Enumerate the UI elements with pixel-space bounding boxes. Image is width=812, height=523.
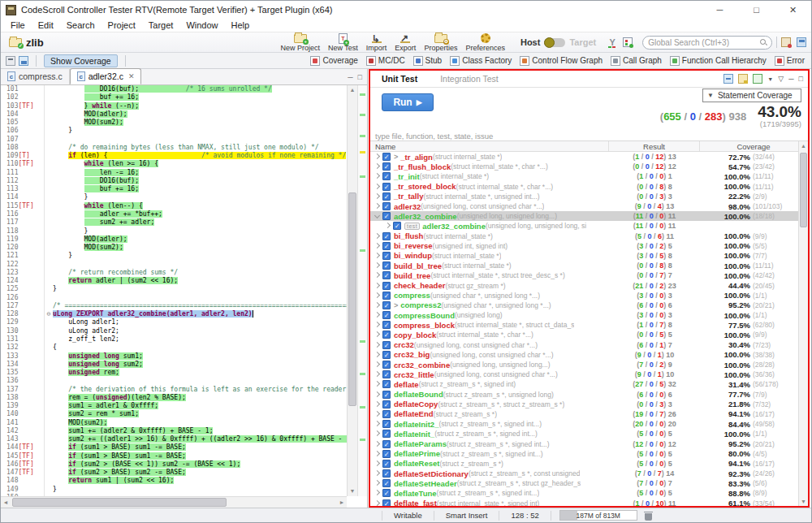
menu-help[interactable]: Help [225, 19, 257, 31]
table-row[interactable]: ✓copy_block(struct internal_state *, cha… [370, 330, 798, 339]
table-row[interactable]: ✓build_tree(struct internal_state *, str… [370, 270, 798, 280]
expand-chevron-icon[interactable] [374, 301, 381, 309]
table-row[interactable]: ✓crc32_little(unsigned long, const unsig… [370, 370, 798, 379]
expand-chevron-icon[interactable] [374, 440, 381, 447]
overview-ruler[interactable] [357, 85, 367, 496]
row-checkbox[interactable]: ✓ [382, 162, 391, 171]
menu-window[interactable]: Window [179, 19, 224, 31]
row-checkbox[interactable]: ✓ [382, 242, 391, 250]
table-row[interactable]: ✓deflateInit_(struct z_stream_s *, signe… [370, 429, 798, 439]
table-row[interactable]: ✓_tr_stored_block(struct internal_state … [370, 182, 798, 192]
expand-chevron-icon[interactable] [374, 163, 381, 171]
table-row[interactable]: ✓bi_flush(struct internal_state *)(5 / 0… [370, 231, 798, 241]
column-header-name[interactable]: Name [370, 141, 609, 151]
editor-vertical-scrollbar[interactable]: ▲ ▼ [347, 85, 357, 496]
expand-chevron-icon[interactable] [374, 341, 381, 348]
link-with-editor-icon[interactable] [19, 56, 28, 66]
expand-chevron-icon[interactable] [374, 183, 381, 190]
row-checkbox[interactable]: ✓ [382, 361, 391, 369]
expand-chevron-icon[interactable] [374, 173, 381, 180]
row-checkbox[interactable]: ✓ [382, 252, 391, 260]
expand-chevron-icon[interactable] [374, 242, 381, 249]
expand-chevron-icon[interactable] [374, 213, 381, 220]
view-button-function-call-hierarchy[interactable]: Function Call Hierarchy [667, 55, 770, 67]
expand-chevron-icon[interactable] [374, 400, 381, 408]
expand-chevron-icon[interactable] [374, 292, 381, 299]
expand-chevron-icon[interactable] [374, 371, 381, 378]
menu-file[interactable]: File [4, 19, 32, 31]
run-config-folder-icon[interactable] [738, 74, 748, 84]
scroll-right-arrow-icon[interactable]: ► [337, 497, 347, 508]
preferences-button[interactable]: Preferences [463, 32, 508, 52]
expand-chevron-icon[interactable] [374, 450, 381, 457]
expand-chevron-icon[interactable] [374, 272, 381, 279]
tab-unit-test[interactable]: Unit Test [370, 71, 429, 86]
target-test-report-icon[interactable] [623, 37, 633, 47]
row-checkbox[interactable]: ✓ [382, 341, 391, 349]
view-button-coverage[interactable]: Coverage [307, 55, 361, 67]
expand-chevron-icon[interactable] [374, 232, 381, 240]
properties-button[interactable]: ⚙Properties [421, 32, 460, 52]
row-checkbox[interactable]: ✓ [382, 380, 391, 388]
table-row[interactable]: ✓deflateSetDictionary(struct z_stream_s … [370, 469, 798, 478]
table-row[interactable]: ✓deflateCopy(struct z_stream_s *, struct… [370, 400, 798, 409]
table-vertical-scrollbar[interactable]: ▲ ▼ [798, 141, 808, 506]
row-checkbox[interactable]: ✓ [382, 301, 391, 309]
table-row[interactable]: ✓bi_reverse(unsigned int, signed int)(3 … [370, 241, 798, 251]
expand-chevron-icon[interactable] [374, 331, 381, 339]
expand-chevron-icon[interactable] [374, 430, 381, 438]
scrollbar-thumb[interactable] [800, 153, 807, 227]
coverage-mark[interactable] [360, 406, 365, 408]
close-button[interactable]: ✕ [775, 1, 811, 19]
view-button-stub[interactable]: Stub [410, 55, 446, 67]
collapse-all-icon[interactable] [723, 74, 733, 84]
view-button-mc-dc[interactable]: MC/DC [363, 55, 408, 67]
row-checkbox[interactable]: ✓ [382, 430, 391, 438]
editor-tab-adler32-c[interactable]: cadler32.c✕ [70, 68, 142, 84]
row-checkbox[interactable]: ✓ [382, 262, 391, 270]
view-button-call-graph[interactable]: Call Graph [607, 55, 665, 67]
coverage-mode-select[interactable]: ▼ Statement Coverage [702, 89, 801, 102]
row-checkbox[interactable]: ✓ [382, 282, 391, 290]
expand-chevron-icon[interactable] [374, 203, 381, 210]
coverage-mark[interactable] [360, 93, 365, 96]
table-row[interactable]: ✓_tr_init(struct internal_state *)(1 / 0… [370, 171, 798, 181]
table-row[interactable]: ✓>compress2(unsigned char *, unsigned lo… [370, 300, 798, 310]
table-row[interactable]: ✓deflateEnd(struct z_stream_s *)(19 / 0 … [370, 409, 798, 419]
pin-editor-icon[interactable] [6, 56, 15, 66]
expand-chevron-icon[interactable] [374, 282, 381, 289]
table-row[interactable]: ✓>_tr_align(struct internal_state *)(1 /… [370, 152, 798, 162]
coverage-merge-icon[interactable]: Y [607, 37, 617, 47]
table-row[interactable]: ✓deflate_fast(struct internal_state *, s… [370, 499, 798, 506]
expand-chevron-icon[interactable] [374, 351, 381, 358]
row-checkbox[interactable]: ✓ [393, 222, 401, 230]
minimize-button[interactable]: ─ [702, 1, 738, 19]
expand-chevron-icon[interactable] [374, 470, 381, 478]
editor-tab-compress-c[interactable]: ccompress.c [1, 68, 70, 84]
table-row[interactable]: ✓deflateBound(struct z_stream_s *, unsig… [370, 390, 798, 400]
menu-project[interactable]: Project [102, 19, 142, 31]
new-test-button[interactable]: T+New Test [326, 32, 361, 52]
row-checkbox[interactable]: ✓ [382, 271, 391, 279]
row-checkbox[interactable]: ✓ [382, 489, 391, 497]
row-checkbox[interactable]: ✓ [382, 391, 391, 399]
minimize-view-icon[interactable]: ─ [788, 75, 793, 83]
export-button[interactable]: ↗Export [392, 32, 418, 52]
table-row[interactable]: ✓crc32_combine(unsigned long, unsigned l… [370, 360, 798, 370]
table-row[interactable]: ✓crc32_big(unsigned long, const unsigned… [370, 350, 798, 360]
row-checkbox[interactable]: ✓ [382, 370, 391, 378]
table-row[interactable]: ✓compress_block(struct internal_state *,… [370, 320, 798, 330]
coverage-mark[interactable] [360, 249, 365, 252]
expand-chevron-icon[interactable] [374, 262, 381, 270]
scrollbar-thumb[interactable] [348, 192, 356, 406]
minimize-editor-icon[interactable]: ─ [348, 73, 352, 81]
scroll-up-arrow-icon[interactable]: ▲ [348, 85, 357, 95]
table-row[interactable]: ✓adler32_combine(unsigned long, unsigned… [370, 211, 798, 221]
table-row[interactable]: ✓deflateParams(struct z_stream_s *, sign… [370, 439, 798, 448]
host-target-toggle[interactable] [544, 38, 565, 47]
table-row[interactable]: ✓deflateSetHeader(struct z_stream_s *, s… [370, 478, 798, 488]
table-row[interactable]: ✓compressBound(unsigned long)(3 / 0 / 0)… [370, 310, 798, 320]
expand-chevron-icon[interactable] [374, 381, 381, 388]
open-perspective-icon[interactable] [781, 37, 791, 47]
row-checkbox[interactable]: ✓ [382, 469, 391, 478]
